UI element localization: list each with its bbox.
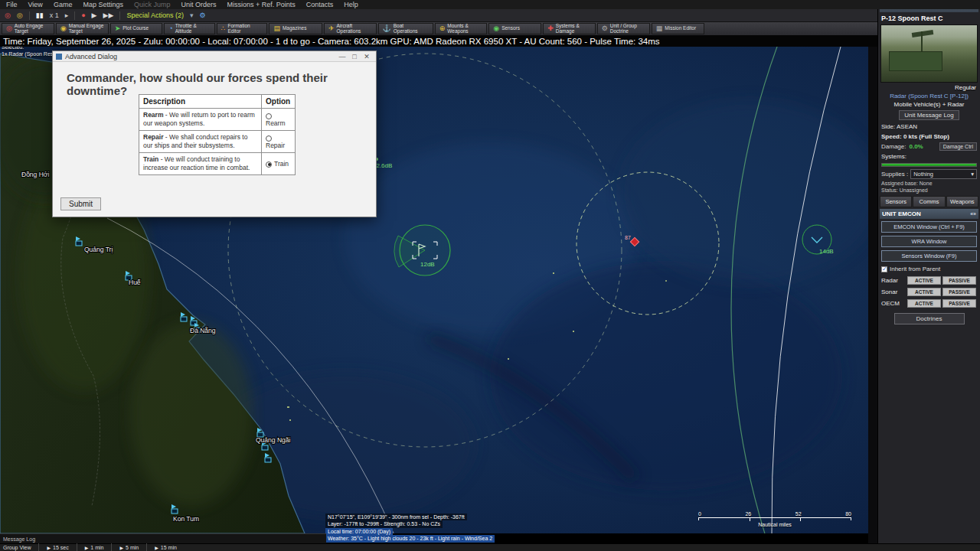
train-radio[interactable] — [266, 161, 272, 168]
downtime-options-table: Description Option Rearm - We will retur… — [139, 94, 296, 175]
compression-15sec[interactable]: ▶15 sec — [47, 545, 68, 550]
supplies-dropdown[interactable]: Nothing▾ — [910, 169, 977, 179]
radar-passive-button[interactable]: PASSIVE — [942, 276, 976, 285]
mounts-weapons-button[interactable]: ⊕Mounts & Weapons — [435, 23, 488, 34]
tab-sensors[interactable]: Sensors — [880, 196, 912, 207]
maximize-button[interactable]: □ — [348, 53, 361, 60]
play-icon: ▶ — [119, 545, 123, 550]
emcon-window-button[interactable]: EMCON Window (Ctrl + F9) — [881, 221, 977, 233]
gear-icon[interactable]: ⚙ — [199, 12, 205, 19]
manual-engage-icon: ◉ — [60, 25, 67, 32]
doctrine-button[interactable]: ⚙Unit / Group Doctrine — [597, 23, 650, 34]
divider — [29, 11, 30, 20]
formation-icon: ∴ — [221, 25, 226, 32]
menu-quick-jump[interactable]: Quick Jump — [134, 1, 171, 8]
map-scale-bar: 0265280 Nautical miles — [698, 511, 851, 527]
divider — [74, 11, 75, 20]
assigned-base-label: Assigned base: None — [880, 181, 978, 186]
oecm-passive-button[interactable]: PASSIVE — [942, 299, 976, 308]
menu-file[interactable]: File — [6, 1, 18, 8]
compression-15min[interactable]: ▶15 min — [155, 545, 177, 550]
menu-missions-refpoints[interactable]: Missions + Ref. Points — [227, 1, 295, 8]
city-label: Quảng Trị — [84, 246, 113, 253]
damage-ctrl-button[interactable]: Damage Ctrl — [939, 142, 977, 151]
unit-message-log-button[interactable]: Unit Message Log — [899, 110, 959, 120]
play-icon: ▶ — [85, 545, 89, 550]
message-log-bar[interactable]: Message Log — [0, 533, 326, 543]
radar-mast — [921, 31, 923, 53]
play-button[interactable]: ▶ — [92, 12, 97, 19]
systems-health-bar — [881, 163, 977, 167]
local-time-line: Local time: 07:00:00 (Day) — [325, 528, 393, 535]
weather-line: Weather: 35°C - Light high clouds 20 - 2… — [325, 535, 495, 542]
magazines-button[interactable]: ▤Magazines — [269, 23, 322, 34]
mission-editor-icon: ▦ — [656, 25, 663, 32]
group-view-button[interactable]: Group View — [3, 545, 31, 550]
unit-link[interactable]: Radar (Spoon Rest C [P-12]) — [880, 93, 978, 99]
repair-radio[interactable] — [266, 135, 272, 142]
menu-help[interactable]: Help — [344, 1, 358, 8]
sensors-button[interactable]: ◉Sensors — [488, 23, 541, 34]
throttle-icon: ◔ — [168, 25, 172, 32]
damage-label: Damage: — [881, 143, 906, 150]
menu-view[interactable]: View — [28, 1, 43, 8]
manual-engage-button[interactable]: ◉Manual Engage Target — [56, 23, 109, 34]
menu-unit-orders[interactable]: Unit Orders — [181, 1, 216, 8]
map-scrollbar[interactable]: ▸ — [868, 0, 877, 551]
dialog-titlebar[interactable]: Advanced Dialog — □ ✕ — [53, 51, 376, 62]
menu-map-settings[interactable]: Map Settings — [83, 1, 123, 8]
plot-course-icon: ➤ — [115, 25, 121, 32]
emcon-row-oecm: OECM ACTIVE PASSIVE — [880, 298, 978, 308]
inherit-label: Inherit from Parent — [890, 266, 940, 272]
minimize-button[interactable]: — — [336, 53, 348, 60]
submit-button[interactable]: Submit — [60, 197, 101, 210]
tab-comms[interactable]: Comms — [913, 196, 945, 207]
contact-label: 14dB — [819, 248, 834, 255]
pause-button[interactable]: ▮▮ — [36, 12, 44, 19]
sensors-window-button[interactable]: Sensors Window (F9) — [881, 250, 977, 262]
collapse-icon[interactable]: «» — [970, 211, 976, 217]
sonar-passive-button[interactable]: PASSIVE — [942, 288, 976, 296]
radar-active-button[interactable]: ACTIVE — [907, 276, 941, 285]
auto-engage-button[interactable]: ◎Auto Engage Target — [2, 23, 54, 34]
record-button[interactable]: ● — [81, 12, 85, 19]
menu-contacts[interactable]: Contacts — [306, 1, 334, 8]
special-actions-button[interactable]: Special Actions (2) — [126, 11, 184, 19]
chevron-down-icon: ▾ — [190, 12, 194, 19]
oecm-active-button[interactable]: ACTIVE — [907, 299, 941, 308]
fast-forward-button[interactable]: ▶▶ — [103, 12, 114, 19]
city-label: Huế — [129, 279, 141, 286]
unit-emcon-header[interactable]: UNIT EMCON«» — [880, 209, 978, 219]
damage-value: 0.0% — [909, 143, 923, 150]
tab-weapons[interactable]: Weapons — [946, 196, 978, 207]
mounts-icon: ⊕ — [439, 25, 446, 32]
dialog-title: Advanced Dialog — [65, 53, 336, 60]
menu-game[interactable]: Game — [54, 1, 73, 8]
wra-window-button[interactable]: WRA Window — [881, 236, 977, 247]
close-button[interactable]: ✕ — [361, 53, 373, 60]
mission-editor-button[interactable]: ▦Mission Editor — [652, 23, 705, 34]
sonar-active-button[interactable]: ACTIVE — [907, 288, 941, 296]
compression-5min[interactable]: ▶5 min — [119, 545, 139, 550]
column-header-option: Option — [262, 95, 296, 109]
throttle-altitude-button[interactable]: ◔Throttle & Altitude — [164, 23, 214, 34]
unit-type: Mobile Vehicle(s) + Radar — [880, 101, 978, 108]
step-button[interactable]: ▸ — [65, 12, 69, 19]
systems-damage-button[interactable]: ✚Systems & Damage — [543, 23, 596, 34]
inherit-checkbox[interactable] — [881, 266, 887, 272]
chevron-down-icon: ▾ — [971, 171, 974, 178]
main-toolbar: ◎Auto Engage Target ◉Manual Engage Targe… — [0, 22, 877, 35]
boat-operations-button[interactable]: ⚓Boat Operations — [378, 23, 433, 34]
scale-units-label: Nautical miles — [698, 522, 851, 527]
target-icon[interactable]: ◎ — [17, 12, 23, 19]
formation-editor-button[interactable]: ∴Formation Editor — [217, 23, 268, 34]
status-label: Status: Unassigned — [880, 187, 978, 193]
doctrine-icon: ⚙ — [602, 25, 608, 32]
compression-1min[interactable]: ▶1 min — [85, 545, 104, 550]
aircraft-operations-button[interactable]: ✈Aircraft Operations — [324, 23, 377, 34]
plot-course-button[interactable]: ➤Plot Course — [110, 23, 163, 34]
auto-engage-icon: ◎ — [6, 25, 12, 32]
rearm-radio[interactable] — [266, 113, 272, 119]
doctrines-button[interactable]: Doctrines — [894, 313, 965, 324]
stop-engage-icon[interactable]: ◎ — [5, 12, 11, 19]
